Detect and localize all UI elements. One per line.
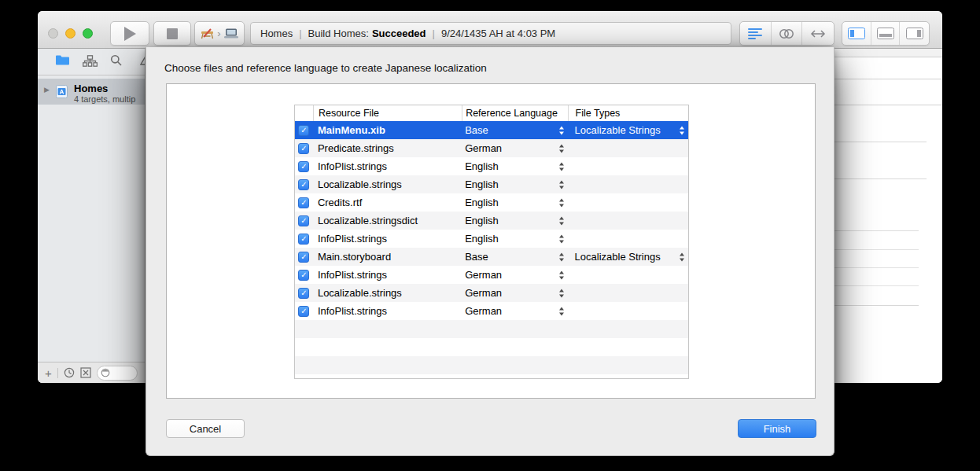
issue-navigator-tab[interactable] (140, 54, 146, 65)
reference-language-cell: Base (462, 124, 567, 136)
disclosure-icon[interactable]: ▶ (44, 86, 50, 94)
minimize-window-button[interactable] (65, 28, 76, 39)
status-separator: | (426, 28, 441, 39)
resource-file-cell: InfoPlist.strings (313, 160, 462, 172)
table-row[interactable]: ✓ Localizable.stringsdict English (295, 212, 688, 230)
table-row[interactable]: ✓ Predicate.strings German (295, 139, 688, 157)
reference-language-cell: English (462, 160, 567, 172)
language-stepper[interactable] (559, 144, 564, 153)
row-checkbox[interactable]: ✓ (298, 125, 309, 136)
symbol-navigator-tab[interactable] (83, 55, 98, 67)
table-row[interactable]: ✓ InfoPlist.strings German (295, 266, 688, 284)
resource-file-column-header: Resource File (313, 105, 462, 121)
zoom-window-button[interactable] (83, 28, 93, 39)
reference-language-value: German (465, 142, 502, 154)
debug-area-toggle-button[interactable] (871, 22, 901, 45)
row-checkbox[interactable]: ✓ (298, 215, 309, 226)
row-checkbox[interactable]: ✓ (298, 179, 309, 190)
add-button[interactable]: + (45, 367, 52, 379)
project-navigator-tab[interactable] (55, 54, 70, 66)
row-checkbox[interactable]: ✓ (298, 197, 309, 208)
navigator-panel: ▶ Homes 4 targets, multip + (38, 49, 146, 383)
xcode-project-icon (201, 28, 214, 39)
file-type-cell: Localizable Strings (568, 251, 688, 263)
scm-status-filter-button[interactable] (80, 367, 91, 378)
resource-file-cell: Credits.rtf (313, 197, 462, 208)
row-checkbox-cell: ✓ (295, 161, 313, 172)
filter-field[interactable] (97, 366, 138, 381)
standard-editor-button[interactable] (740, 22, 772, 45)
row-checkbox-cell: ✓ (295, 252, 313, 263)
my-mac-icon (224, 28, 238, 39)
utilities-panel-icon (906, 28, 923, 39)
finish-button[interactable]: Finish (738, 419, 816, 438)
resource-file-cell: Localizable.stringsdict (313, 215, 462, 226)
empty-row (295, 356, 688, 374)
row-checkbox[interactable]: ✓ (298, 143, 309, 154)
row-checkbox[interactable]: ✓ (298, 270, 309, 281)
reference-language-cell: English (462, 178, 567, 190)
table-row[interactable]: ✓ Localizable.strings German (295, 284, 688, 302)
file-types-column-header: File Types (568, 105, 688, 121)
assistant-editor-button[interactable] (772, 22, 803, 45)
reference-language-cell: English (462, 233, 567, 245)
row-checkbox[interactable]: ✓ (298, 252, 309, 263)
recent-files-filter-button[interactable] (64, 367, 75, 378)
divider (57, 368, 58, 378)
language-stepper[interactable] (559, 198, 564, 207)
view-toggles-segment (842, 21, 930, 46)
language-stepper[interactable] (559, 234, 564, 243)
language-stepper[interactable] (559, 216, 564, 225)
language-stepper[interactable] (559, 307, 564, 315)
table-row[interactable]: ✓ Credits.rtf English (295, 193, 688, 212)
language-stepper[interactable] (559, 126, 564, 134)
toolbar: › Homes | Build Homes: Succeeded | 9/24/… (38, 11, 942, 49)
language-stepper[interactable] (559, 162, 564, 171)
reference-language-value: German (465, 269, 502, 281)
file-type-stepper[interactable] (680, 252, 684, 261)
table-row[interactable]: ✓ InfoPlist.strings English (295, 230, 688, 248)
row-checkbox[interactable]: ✓ (298, 288, 309, 299)
chevron-right-icon: › (217, 28, 220, 39)
close-window-button[interactable] (48, 28, 58, 39)
table-row[interactable]: ✓ InfoPlist.strings German (295, 302, 688, 320)
row-checkbox[interactable]: ✓ (298, 306, 309, 317)
table-row[interactable]: ✓ Localizable.strings English (295, 175, 688, 193)
reference-language-column-header: Reference Language (462, 105, 567, 121)
file-type-value: Localizable Strings (575, 124, 661, 136)
version-editor-button[interactable] (802, 22, 834, 45)
row-checkbox[interactable]: ✓ (298, 234, 309, 245)
scheme-selector[interactable]: › (194, 21, 245, 46)
status-separator: | (293, 28, 308, 39)
row-checkbox-cell: ✓ (295, 270, 313, 281)
language-stepper[interactable] (559, 289, 564, 297)
activity-viewer: Homes | Build Homes: Succeeded | 9/24/14… (250, 22, 731, 45)
reference-language-cell: German (462, 287, 567, 299)
debug-panel-icon (877, 28, 894, 39)
navigator-toggle-button[interactable] (842, 22, 871, 45)
project-row[interactable]: ▶ Homes 4 targets, multip (38, 79, 146, 105)
localization-table-body: ✓ MainMenu.xib Base Localizable Strings … (295, 121, 688, 379)
language-stepper[interactable] (559, 270, 564, 279)
row-checkbox[interactable]: ✓ (298, 161, 309, 172)
reference-language-value: English (465, 197, 499, 208)
stop-button[interactable] (153, 21, 191, 46)
utilities-toggle-button[interactable] (900, 22, 929, 45)
localization-table: Resource File Reference Language File Ty… (294, 105, 689, 379)
row-checkbox-cell: ✓ (295, 179, 313, 190)
find-navigator-tab[interactable] (110, 54, 123, 67)
standard-editor-icon (748, 28, 762, 39)
resource-file-cell: Main.storyboard (313, 251, 462, 263)
table-row[interactable]: ✓ Main.storyboard Base Localizable Strin… (295, 248, 688, 266)
language-stepper[interactable] (559, 252, 564, 261)
table-row[interactable]: ✓ MainMenu.xib Base Localizable Strings (295, 121, 688, 139)
table-row[interactable]: ✓ InfoPlist.strings English (295, 157, 688, 175)
run-button[interactable] (110, 21, 149, 46)
file-type-stepper[interactable] (680, 126, 684, 134)
language-stepper[interactable] (559, 180, 564, 189)
cancel-button[interactable]: Cancel (166, 419, 245, 438)
reference-language-cell: Base (462, 251, 567, 263)
status-build-result: Succeeded (372, 28, 426, 39)
row-checkbox-cell: ✓ (295, 125, 313, 136)
reference-language-value: Base (465, 124, 488, 136)
